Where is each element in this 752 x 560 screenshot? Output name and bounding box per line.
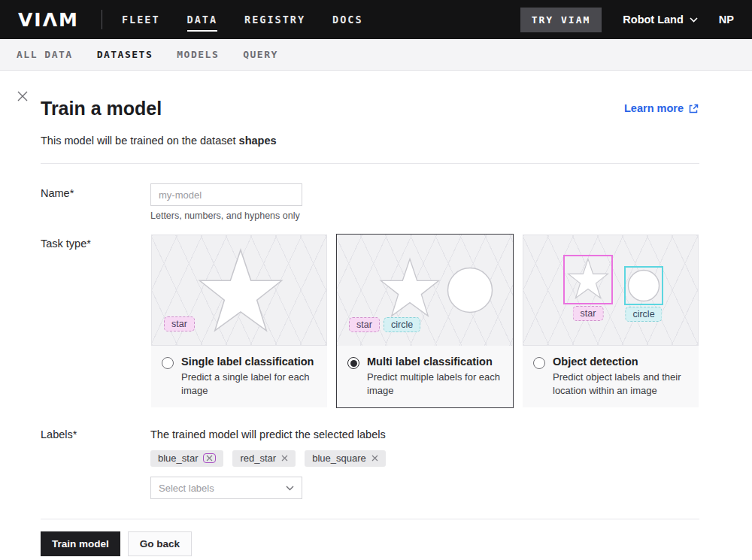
train-model-panel: Train a model Learn more This model will… xyxy=(0,71,752,560)
tab-all-data[interactable]: ALL DATA xyxy=(17,49,73,60)
circle-chip: circle xyxy=(384,317,420,332)
org-switcher[interactable]: Robot Land xyxy=(623,14,698,26)
circle-shape xyxy=(627,269,660,302)
try-viam-button[interactable]: TRY VIAM xyxy=(520,8,602,32)
circle-bounding-box: circle xyxy=(624,266,663,305)
multi-label-radio[interactable] xyxy=(347,357,359,369)
remove-label-icon[interactable] xyxy=(281,455,288,462)
close-icon[interactable] xyxy=(17,90,29,102)
labels-description: The trained model will predict the selec… xyxy=(150,425,699,440)
model-name-input[interactable] xyxy=(150,183,302,206)
name-row: Name* Letters, numbers, and hyphens only xyxy=(41,183,699,221)
chip-text: blue_square xyxy=(312,453,366,464)
divider-bottom xyxy=(41,519,699,519)
single-label-description: Predict a single label for each image xyxy=(181,371,315,397)
object-detection-title: Object detection xyxy=(553,356,687,368)
chevron-down-icon xyxy=(286,486,294,491)
multi-label-title: Multi label classification xyxy=(367,356,501,368)
dataset-subtitle: This model will be trained on the datase… xyxy=(41,135,699,147)
star-chip: star xyxy=(349,317,380,332)
multi-label-preview: star circle xyxy=(337,235,513,346)
circle-shape xyxy=(447,267,493,313)
task-type-row: Task type* star xyxy=(41,234,699,408)
primary-nav: FLEET DATA REGISTRY DOCS xyxy=(122,0,363,39)
task-card-single-label[interactable]: star Single label classification Predict… xyxy=(150,234,328,408)
object-detection-description: Predict object labels and their location… xyxy=(553,371,687,397)
divider-top xyxy=(41,163,699,164)
multi-label-description: Predict multiple labels for each image xyxy=(367,371,501,397)
remove-label-icon[interactable] xyxy=(371,455,378,462)
chevron-down-icon xyxy=(690,17,698,23)
name-label: Name* xyxy=(41,183,150,221)
select-labels-placeholder: Select labels xyxy=(159,483,214,494)
star-shape xyxy=(567,258,609,300)
footer-actions: Train model Go back xyxy=(41,531,699,556)
learn-more-link[interactable]: Learn more xyxy=(624,102,699,114)
viam-logo[interactable]: VIΛM xyxy=(18,9,79,31)
labels-row: Labels* The trained model will predict t… xyxy=(41,425,699,499)
subtitle-text: This model will be trained on the datase… xyxy=(41,135,239,147)
star-shape xyxy=(379,257,441,319)
star-bounding-box: star xyxy=(563,255,613,304)
dataset-name: shapes xyxy=(239,135,277,147)
chip-text: blue_star xyxy=(158,453,198,464)
name-helper-text: Letters, numbers, and hyphens only xyxy=(150,210,699,221)
page-title: Train a model xyxy=(41,98,162,120)
label-chip-blue-square: blue_square xyxy=(305,450,386,467)
single-label-title: Single label classification xyxy=(181,356,315,368)
task-type-label: Task type* xyxy=(41,234,150,408)
single-label-radio[interactable] xyxy=(162,357,174,369)
train-model-button[interactable]: Train model xyxy=(41,531,120,556)
external-link-icon xyxy=(688,103,699,114)
label-chip-blue-star: blue_star xyxy=(150,450,223,467)
nav-item-data[interactable]: DATA xyxy=(187,0,218,39)
remove-label-icon[interactable] xyxy=(203,453,216,463)
task-card-multi-label[interactable]: star circle Multi label classification P… xyxy=(336,234,514,408)
select-labels-dropdown[interactable]: Select labels xyxy=(150,477,302,499)
top-nav: VIΛM FLEET DATA REGISTRY DOCS TRY VIAM R… xyxy=(0,0,752,39)
org-name: Robot Land xyxy=(623,14,684,26)
avatar[interactable]: NP xyxy=(719,14,734,26)
circle-chip: circle xyxy=(625,307,662,322)
learn-more-label: Learn more xyxy=(624,102,684,114)
chip-text: red_star xyxy=(240,453,276,464)
tab-query[interactable]: QUERY xyxy=(243,49,278,60)
tab-models[interactable]: MODELS xyxy=(177,49,219,60)
star-chip: star xyxy=(573,306,604,321)
object-detection-radio[interactable] xyxy=(533,357,545,369)
tab-datasets[interactable]: DATASETS xyxy=(97,49,153,60)
star-chip: star xyxy=(164,316,195,331)
single-label-preview: star xyxy=(151,235,327,346)
task-card-object-detection[interactable]: star circle xyxy=(522,234,699,408)
labels-label: Labels* xyxy=(41,425,150,499)
go-back-button[interactable]: Go back xyxy=(128,531,192,556)
selected-label-chips: blue_star red_star blue_square xyxy=(150,450,699,467)
nav-divider xyxy=(102,10,102,29)
label-chip-red-star: red_star xyxy=(232,450,296,467)
nav-item-fleet[interactable]: FLEET xyxy=(122,0,160,39)
star-shape xyxy=(197,247,284,334)
nav-item-docs[interactable]: DOCS xyxy=(332,0,363,39)
data-sub-nav: ALL DATA DATASETS MODELS QUERY xyxy=(0,39,752,71)
nav-item-registry[interactable]: REGISTRY xyxy=(244,0,305,39)
object-detection-preview: star circle xyxy=(523,235,699,346)
